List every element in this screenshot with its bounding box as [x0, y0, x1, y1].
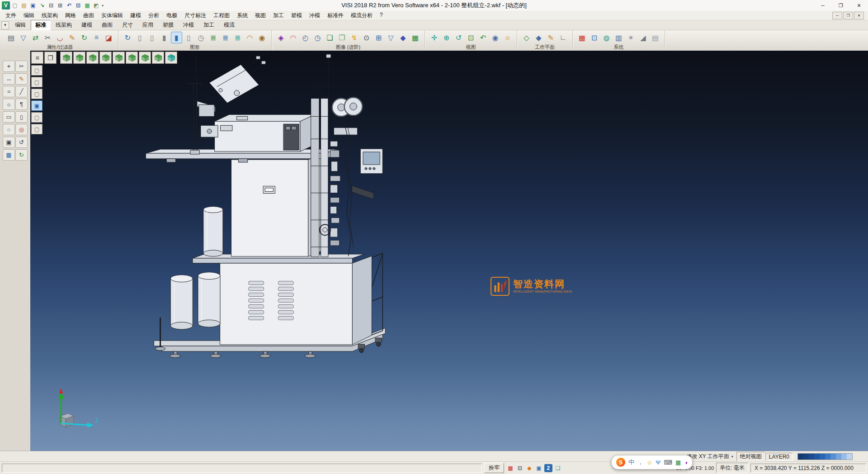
time-render-icon[interactable]: ◴: [300, 32, 311, 43]
db-list-teal-icon[interactable]: ≣: [232, 32, 243, 43]
dynamic-mode-icon[interactable]: ▮: [171, 32, 182, 43]
workplane-3point-icon[interactable]: ◆: [533, 32, 544, 43]
rotate-view-icon[interactable]: ↺: [453, 32, 464, 43]
system-monitor-icon[interactable]: ⊡: [589, 32, 600, 43]
workplane-align-icon[interactable]: ∟: [557, 32, 569, 43]
frame-tool-icon[interactable]: ▣: [3, 137, 15, 148]
system-calc-icon[interactable]: ▤: [650, 32, 661, 43]
tray-count-icon[interactable]: 2: [544, 464, 552, 472]
menu-edit[interactable]: 编辑: [20, 11, 38, 20]
system-table-icon[interactable]: ▥: [613, 32, 624, 43]
render-quality-icon[interactable]: ◈: [275, 32, 287, 43]
tray-fire-icon[interactable]: ◆: [525, 464, 533, 472]
menu-analysis[interactable]: 分析: [145, 11, 163, 20]
menu-modeling[interactable]: 建模: [127, 11, 145, 20]
side-display-btn-1[interactable]: ▢: [31, 65, 42, 76]
shell-display-icon[interactable]: ◠: [244, 32, 255, 43]
refresh-graphics-icon[interactable]: ↻: [122, 32, 133, 43]
edit-pencil-icon[interactable]: ✎: [66, 32, 78, 43]
menu-standard-parts[interactable]: 标准件: [324, 11, 347, 20]
snapshot-icon[interactable]: ⊙: [361, 32, 372, 43]
cut-attributes-icon[interactable]: ✂: [42, 32, 53, 43]
pencil-tool-icon[interactable]: ✎: [15, 73, 28, 85]
solid-cube-icon[interactable]: ❏: [324, 32, 335, 43]
render-icon[interactable]: ◩: [92, 1, 100, 9]
scissors-tool-icon[interactable]: ✂: [15, 61, 28, 72]
db-add-icon[interactable]: ⊞: [373, 32, 384, 43]
menu-surface[interactable]: 曲面: [80, 11, 98, 20]
pan-view-icon[interactable]: ✛: [429, 32, 440, 43]
side-display-btn-3[interactable]: ▢: [31, 89, 42, 99]
properties-icon[interactable]: ▤: [5, 32, 17, 43]
mdi-close-button[interactable]: ✕: [854, 12, 864, 19]
view-cube-bottom[interactable]: [126, 52, 138, 64]
menu-system[interactable]: 系统: [233, 11, 251, 20]
previous-view-icon[interactable]: ↶: [477, 32, 489, 43]
magnet-icon[interactable]: ◡: [54, 32, 66, 43]
rainbow-shading-icon[interactable]: ◠: [288, 32, 299, 43]
tab-dimension[interactable]: 尺寸: [118, 20, 137, 31]
side-display-btn-5[interactable]: ▢: [31, 112, 42, 123]
tab-surface[interactable]: 曲面: [97, 20, 117, 31]
tab-modeling[interactable]: 建模: [77, 20, 97, 31]
menu-help[interactable]: ?: [376, 11, 387, 20]
view-cube-front[interactable]: [73, 52, 85, 64]
ime-keyboard-icon[interactable]: ⌨: [664, 458, 672, 466]
select-tool-icon[interactable]: ⌖: [3, 61, 15, 72]
system-star-icon[interactable]: ✶: [625, 32, 637, 43]
sync-icon[interactable]: ↻: [79, 32, 90, 43]
quick-access-dropdown[interactable]: ▾: [102, 4, 104, 8]
line-tool-icon[interactable]: ╱: [15, 86, 28, 97]
tab-standard[interactable]: 标准: [31, 20, 51, 31]
maximize-button[interactable]: ❐: [832, 0, 850, 11]
undo-icon[interactable]: ↶: [65, 1, 73, 9]
ime-punctuation-icon[interactable]: ，: [637, 458, 643, 466]
menu-machining[interactable]: 加工: [269, 11, 288, 20]
zoom-view-icon[interactable]: ⊕: [441, 32, 452, 43]
close-button[interactable]: ✕: [850, 0, 868, 11]
box-tool-icon[interactable]: ▭: [3, 111, 15, 123]
viewport-layout-button[interactable]: ❐: [44, 52, 57, 64]
open-file-icon[interactable]: ▤: [20, 1, 28, 9]
ime-mic-icon[interactable]: Ψ: [656, 458, 660, 466]
db-list-blue-icon[interactable]: ≣: [220, 32, 231, 43]
hidden-line-mode-icon[interactable]: ▯: [146, 32, 158, 43]
ghost-mode-icon[interactable]: ▯: [183, 32, 194, 43]
snap-tool-icon[interactable]: ◎: [15, 124, 28, 135]
view-cube-back[interactable]: [113, 52, 125, 64]
tab-flow[interactable]: 模流: [219, 20, 239, 31]
side-display-btn-6[interactable]: ▢: [31, 124, 42, 134]
ime-toolbox-icon[interactable]: ▦: [675, 458, 681, 466]
view-settings-icon[interactable]: ☼: [502, 32, 513, 43]
plot-icon[interactable]: ⊞: [56, 1, 64, 9]
refresh-tool-icon[interactable]: ↻: [15, 149, 28, 161]
minimize-button[interactable]: ─: [814, 0, 832, 11]
db-list-green-icon[interactable]: ≣: [208, 32, 219, 43]
mdi-minimize-button[interactable]: ─: [832, 12, 842, 19]
print-icon[interactable]: ⊟: [47, 1, 55, 9]
new-file-icon[interactable]: ▢: [11, 1, 19, 9]
lightning-icon[interactable]: ↯: [349, 32, 360, 43]
side-display-btn-4[interactable]: ▣: [31, 100, 42, 111]
tab-application[interactable]: 应用: [138, 20, 158, 31]
swap-attributes-icon[interactable]: ⇄: [30, 32, 41, 43]
save-file-icon[interactable]: ▣: [29, 1, 37, 9]
settings-tool-icon[interactable]: ☼: [3, 99, 15, 110]
ime-emoji-icon[interactable]: ☺: [646, 458, 652, 466]
snail-display-icon[interactable]: ◉: [256, 32, 268, 43]
menu-mesh[interactable]: 网格: [61, 11, 80, 20]
ime-logo-icon[interactable]: S: [616, 458, 625, 467]
eraser-icon[interactable]: ◪: [103, 32, 114, 43]
tray-cube-icon[interactable]: ❏: [554, 464, 562, 472]
view-cube-left[interactable]: [99, 52, 112, 64]
menu-electrode[interactable]: 电极: [163, 11, 181, 20]
layer-list-icon[interactable]: ≡: [91, 32, 102, 43]
tray-message-icon[interactable]: ▣: [535, 464, 543, 472]
move-tool-icon[interactable]: ↔: [3, 73, 15, 85]
screen-icon[interactable]: ⊡: [74, 1, 82, 9]
shaded-mode-icon[interactable]: ▮: [159, 32, 170, 43]
rotate-tool-icon[interactable]: ↺: [15, 137, 28, 148]
tab-dropdown[interactable]: ▼: [1, 21, 9, 29]
circle-tool-icon[interactable]: ○: [3, 124, 15, 135]
palette-grid-icon[interactable]: ▦: [83, 1, 91, 9]
